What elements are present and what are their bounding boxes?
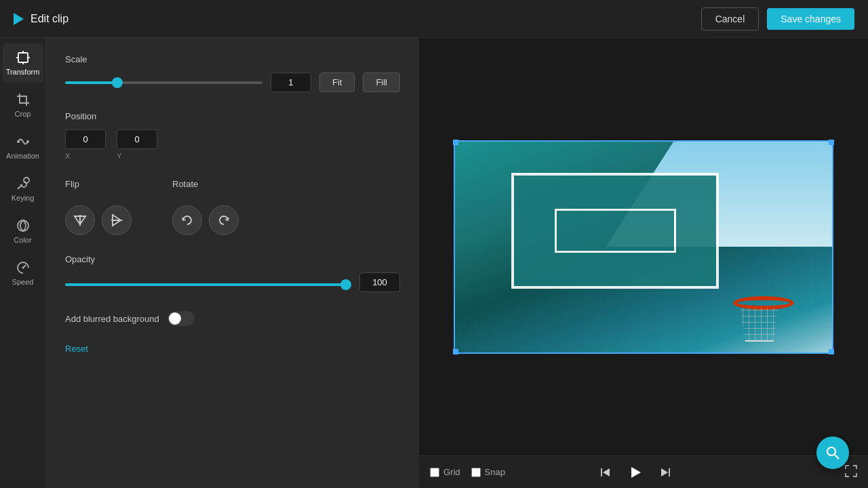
video-frame xyxy=(454,140,833,354)
blur-background-toggle[interactable] xyxy=(167,311,195,326)
opacity-slider-container xyxy=(65,277,351,289)
svg-marker-14 xyxy=(113,215,121,220)
basketball-board xyxy=(511,173,719,289)
scale-label: Scale xyxy=(65,54,400,64)
svg-rect-0 xyxy=(18,53,28,62)
skip-forward-button[interactable] xyxy=(656,463,675,482)
position-row: 0 X 0 Y xyxy=(65,129,400,160)
scale-input[interactable]: 1 xyxy=(271,73,311,92)
snap-checkbox-label[interactable]: Snap xyxy=(471,467,505,477)
sidebar-item-speed[interactable]: Speed xyxy=(3,253,43,293)
svg-point-7 xyxy=(24,178,29,183)
svg-point-8 xyxy=(18,220,28,231)
grid-checkbox[interactable] xyxy=(430,468,439,477)
rotate-buttons-row xyxy=(172,205,239,235)
sidebar-item-transform[interactable]: Transform xyxy=(3,43,43,83)
sidebar-item-keying[interactable]: Keying xyxy=(3,169,43,209)
svg-point-22 xyxy=(827,447,835,455)
flip-section: Flip xyxy=(65,179,132,235)
sidebar-item-animation-label: Animation xyxy=(6,152,39,160)
flip-buttons-row xyxy=(65,205,132,235)
app-logo-icon xyxy=(14,13,24,25)
opacity-slider[interactable] xyxy=(65,283,351,286)
video-preview-image xyxy=(455,142,832,352)
rotate-label: Rotate xyxy=(172,179,239,189)
blur-background-row: Add blurred background xyxy=(65,311,400,326)
sidebar-item-speed-label: Speed xyxy=(12,278,34,286)
animation-icon xyxy=(16,134,31,149)
handle-bottom-right[interactable] xyxy=(829,349,834,354)
svg-point-5 xyxy=(17,140,20,143)
keying-icon xyxy=(16,176,31,191)
board-inner-box xyxy=(555,209,676,253)
sidebar-item-crop-label: Crop xyxy=(15,110,31,118)
sidebar: Transform Crop Animation xyxy=(0,38,46,488)
pos-y-field: 0 Y xyxy=(117,129,157,160)
flip-horizontal-button[interactable] xyxy=(65,205,95,235)
flip-label: Flip xyxy=(65,179,132,189)
controls-panel: Scale 1 Fit Fill Position 0 X 0 Y xyxy=(46,38,419,488)
svg-marker-21 xyxy=(661,468,668,476)
rotate-ccw-button[interactable] xyxy=(172,205,202,235)
position-label: Position xyxy=(65,111,400,121)
transform-icon xyxy=(16,50,31,65)
search-fab[interactable] xyxy=(816,436,849,469)
playback-controls xyxy=(596,460,675,485)
handle-top-right[interactable] xyxy=(829,140,834,145)
scale-slider[interactable] xyxy=(65,81,262,84)
sidebar-item-crop[interactable]: Crop xyxy=(3,85,43,125)
svg-point-10 xyxy=(22,267,24,269)
opacity-section: Opacity 100 xyxy=(65,254,400,292)
play-pause-button[interactable] xyxy=(623,460,648,485)
handle-top-left[interactable] xyxy=(453,140,458,145)
grid-checkbox-label[interactable]: Grid xyxy=(430,467,460,477)
sidebar-item-animation[interactable]: Animation xyxy=(3,127,43,167)
topbar-left: Edit clip xyxy=(14,13,68,25)
fit-button[interactable]: Fit xyxy=(319,73,355,92)
scale-section: Scale 1 Fit Fill xyxy=(65,54,400,92)
svg-point-6 xyxy=(26,140,29,143)
position-x-input[interactable]: 0 xyxy=(65,129,106,149)
reset-button[interactable]: Reset xyxy=(65,344,88,354)
fill-button[interactable]: Fill xyxy=(363,73,400,92)
snap-checkbox[interactable] xyxy=(471,468,481,477)
preview-area: Grid Snap xyxy=(419,38,868,488)
pos-x-axis: X xyxy=(65,152,106,160)
svg-line-23 xyxy=(835,455,839,459)
flip-rotate-row: Flip xyxy=(65,179,400,235)
page-title: Edit clip xyxy=(31,13,68,25)
opacity-label: Opacity xyxy=(65,254,400,264)
pos-y-axis: Y xyxy=(117,152,157,160)
cancel-button[interactable]: Cancel xyxy=(701,7,760,30)
svg-marker-18 xyxy=(603,468,610,476)
topbar-right: Cancel Save changes xyxy=(701,7,854,30)
speed-icon xyxy=(16,260,31,275)
pos-x-field: 0 X xyxy=(65,129,106,160)
opacity-row: 100 xyxy=(65,272,400,292)
rotate-cw-button[interactable] xyxy=(209,205,239,235)
sidebar-item-color[interactable]: Color xyxy=(3,211,43,251)
flip-vertical-button[interactable] xyxy=(102,205,132,235)
crop-icon xyxy=(16,92,31,107)
save-button[interactable]: Save changes xyxy=(767,8,854,30)
flip-rotate-section: Flip xyxy=(65,179,400,235)
preview-controls-bar: Grid Snap xyxy=(419,455,868,488)
snap-label: Snap xyxy=(485,467,505,477)
svg-marker-11 xyxy=(75,216,80,224)
sidebar-item-transform-label: Transform xyxy=(6,68,40,76)
topbar: Edit clip Cancel Save changes xyxy=(0,0,868,38)
position-y-input[interactable]: 0 xyxy=(117,129,157,149)
svg-marker-15 xyxy=(113,220,121,226)
blur-bg-label: Add blurred background xyxy=(65,314,159,324)
color-icon xyxy=(16,218,31,233)
video-container xyxy=(419,38,868,455)
grid-label: Grid xyxy=(443,467,460,477)
scale-slider-container xyxy=(65,81,262,84)
rotate-section: Rotate xyxy=(172,179,239,235)
handle-bottom-left[interactable] xyxy=(453,349,458,354)
svg-marker-12 xyxy=(80,216,85,224)
fullscreen-button[interactable] xyxy=(845,465,857,480)
skip-back-button[interactable] xyxy=(596,463,615,482)
scale-row: 1 Fit Fill xyxy=(65,73,400,92)
opacity-input[interactable]: 100 xyxy=(359,272,400,292)
